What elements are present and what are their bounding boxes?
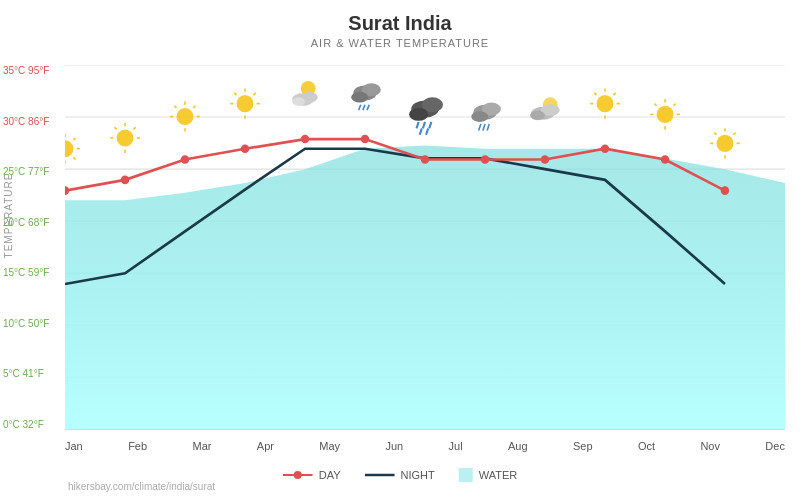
weather-icon-may [292, 81, 317, 106]
x-label-may: May [319, 440, 340, 452]
svg-line-78 [654, 104, 656, 106]
svg-point-41 [292, 97, 305, 106]
svg-point-89 [294, 471, 302, 479]
day-dot-jul [421, 155, 429, 164]
y-label-35: 35°C 95°F [3, 65, 49, 76]
svg-line-54 [420, 128, 422, 134]
svg-point-58 [471, 111, 488, 122]
chart-area: 35°C 95°F 30°C 86°F 25°C 77°F 20°C 68°F … [65, 65, 785, 430]
water-area [65, 146, 785, 430]
x-label-jan: Jan [65, 440, 83, 452]
svg-point-50 [409, 108, 428, 121]
day-dot-sep [541, 155, 549, 164]
day-dot-aug [481, 155, 489, 164]
svg-line-29 [174, 106, 176, 108]
x-label-feb: Feb [128, 440, 147, 452]
svg-point-80 [716, 135, 733, 152]
svg-point-24 [176, 108, 193, 125]
weather-icon-oct [590, 89, 620, 119]
legend-night-label: NIGHT [401, 469, 435, 481]
x-label-mar: Mar [192, 440, 211, 452]
day-dot-jan [65, 186, 69, 195]
y-label-10: 10°C 50°F [3, 318, 49, 329]
svg-line-23 [134, 127, 136, 129]
y-label-5: 5°C 41°F [3, 368, 49, 379]
chart-subtitle: AIR & WATER TEMPERATURE [0, 37, 800, 49]
chart-title: Surat India [0, 0, 800, 35]
svg-line-85 [714, 133, 716, 135]
legend-water: WATER [459, 468, 518, 482]
x-label-jul: Jul [449, 440, 463, 452]
y-label-0: 0°C 32°F [3, 419, 49, 430]
svg-line-47 [367, 105, 369, 110]
day-dot-mar [181, 155, 189, 164]
svg-point-31 [237, 95, 254, 112]
x-label-oct: Oct [638, 440, 655, 452]
svg-point-65 [530, 111, 545, 121]
svg-line-14 [73, 138, 75, 140]
svg-point-66 [597, 95, 614, 112]
svg-point-44 [351, 92, 368, 103]
y-label-15: 15°C 59°F [3, 267, 49, 278]
svg-line-60 [483, 124, 485, 130]
day-dot-nov [661, 155, 669, 164]
x-label-jun: Jun [385, 440, 403, 452]
y-label-25: 25°C 77°F [3, 166, 49, 177]
x-label-apr: Apr [257, 440, 274, 452]
day-dot-apr [241, 144, 249, 153]
svg-line-79 [674, 104, 676, 106]
svg-line-16 [73, 157, 75, 159]
chart-legend: DAY NIGHT WATER [283, 468, 518, 482]
weather-icon-dec [710, 128, 740, 158]
x-axis-labels: Jan Feb Mar Apr May Jun Jul Aug Sep Oct … [65, 440, 785, 452]
svg-point-73 [657, 106, 674, 123]
svg-line-51 [417, 122, 419, 128]
legend-day-line-icon [283, 469, 313, 481]
watermark: hikersbay.com/climate/india/surat [68, 481, 215, 492]
svg-line-52 [423, 122, 425, 128]
weather-icon-feb [110, 123, 140, 153]
legend-water-label: WATER [479, 469, 518, 481]
weather-icon-jul [409, 97, 443, 135]
svg-point-8 [65, 140, 73, 157]
y-axis-labels: 35°C 95°F 30°C 86°F 25°C 77°F 20°C 68°F … [3, 65, 49, 430]
day-dot-jun [361, 135, 369, 144]
x-label-nov: Nov [700, 440, 720, 452]
day-dot-feb [121, 176, 129, 185]
day-dot-dec [721, 186, 729, 195]
y-label-20: 20°C 68°F [3, 217, 49, 228]
svg-line-36 [234, 93, 236, 95]
weather-icon-apr [230, 89, 260, 119]
svg-point-17 [117, 129, 134, 146]
x-label-aug: Aug [508, 440, 528, 452]
legend-day-label: DAY [319, 469, 341, 481]
day-dot-may [301, 135, 309, 144]
legend-day: DAY [283, 469, 341, 481]
chart-container: Surat India AIR & WATER TEMPERATURE TEMP… [0, 0, 800, 500]
svg-line-61 [487, 124, 489, 130]
svg-line-53 [429, 122, 431, 128]
legend-night-line-icon [365, 469, 395, 481]
day-dot-oct [601, 144, 609, 153]
chart-svg [65, 65, 785, 430]
svg-line-46 [363, 105, 365, 110]
weather-icon-nov [650, 99, 680, 129]
x-label-dec: Dec [765, 440, 785, 452]
svg-line-45 [359, 105, 361, 110]
weather-icon-jan [65, 134, 80, 164]
svg-line-86 [733, 133, 735, 135]
svg-line-37 [253, 93, 255, 95]
y-label-30: 30°C 86°F [3, 116, 49, 127]
weather-icon-jun [351, 83, 381, 110]
x-label-sep: Sep [573, 440, 593, 452]
svg-line-71 [594, 93, 596, 95]
legend-night: NIGHT [365, 469, 435, 481]
svg-line-59 [479, 124, 481, 130]
svg-line-55 [426, 128, 428, 134]
svg-line-72 [613, 93, 615, 95]
svg-line-30 [193, 106, 195, 108]
legend-water-box [459, 468, 473, 482]
svg-line-22 [114, 127, 116, 129]
